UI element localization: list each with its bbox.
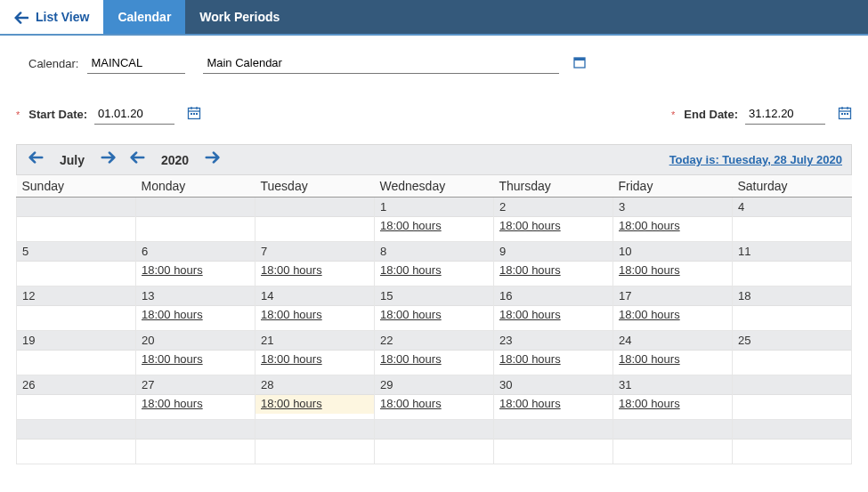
day-header: Sunday	[17, 175, 136, 198]
calendar-day-cell[interactable]: 2418:00 hours	[613, 331, 733, 375]
calendar-day-cell[interactable]: 1318:00 hours	[136, 286, 256, 331]
tab-list-view[interactable]: List View	[0, 0, 103, 34]
calendar-day-cell[interactable]: 18	[733, 286, 852, 331]
calendar-day-cell[interactable]: 1518:00 hours	[375, 286, 494, 331]
hours-link[interactable]: 18:00 hours	[380, 308, 442, 321]
tab-work-periods[interactable]: Work Periods	[185, 0, 294, 34]
calendar-day-cell[interactable]: 218:00 hours	[494, 198, 613, 242]
today-link[interactable]: Today is: Tuesday, 28 July 2020	[669, 153, 842, 166]
hours-link[interactable]: 18:00 hours	[261, 308, 322, 321]
hours-link[interactable]: 18:00 hours	[499, 308, 561, 321]
calendar-day-cell[interactable]	[256, 420, 375, 464]
day-number	[256, 198, 374, 217]
hours-link[interactable]: 18:00 hours	[261, 352, 322, 366]
next-year-icon[interactable]	[203, 150, 223, 169]
prev-month-icon[interactable]	[26, 150, 45, 169]
day-body: 18:00 hours	[256, 306, 374, 325]
end-date-picker-icon[interactable]	[838, 106, 852, 123]
svg-rect-15	[847, 113, 848, 115]
hours-link[interactable]: 18:00 hours	[619, 352, 680, 366]
hours-link[interactable]: 18:00 hours	[499, 263, 561, 277]
calendar-day-cell[interactable]: 3118:00 hours	[613, 375, 733, 420]
hours-link[interactable]: 18:00 hours	[499, 352, 561, 366]
calendar-day-cell[interactable]	[494, 420, 613, 464]
start-date-picker-icon[interactable]	[187, 106, 201, 123]
calendar-day-cell[interactable]: 918:00 hours	[494, 242, 613, 286]
next-month-icon[interactable]	[99, 150, 118, 169]
calendar-day-cell[interactable]	[136, 198, 256, 242]
calendar-desc-input[interactable]	[203, 53, 559, 74]
calendar-day-cell[interactable]: 318:00 hours	[613, 198, 733, 242]
start-date-input[interactable]	[94, 104, 174, 125]
calendar-day-cell[interactable]: 12	[17, 286, 136, 331]
calendar-day-cell[interactable]: 2318:00 hours	[494, 331, 613, 375]
hours-link[interactable]: 18:00 hours	[261, 397, 322, 410]
day-body: 18:00 hours	[136, 395, 255, 414]
day-header: Friday	[613, 175, 733, 198]
day-body: 18:00 hours	[375, 395, 493, 414]
calendar-week-row: 19 2018:00 hours2118:00 hours2218:00 hou…	[17, 331, 852, 375]
day-number	[375, 420, 493, 440]
hours-link[interactable]: 18:00 hours	[380, 352, 442, 366]
hours-link[interactable]: 18:00 hours	[619, 219, 680, 232]
calendar-day-cell[interactable]: 2918:00 hours	[375, 375, 494, 420]
calendar-code-input[interactable]	[87, 53, 185, 74]
calendar-day-cell[interactable]: 1018:00 hours	[613, 242, 733, 286]
calendar-day-cell[interactable]: 2818:00 hours	[256, 375, 375, 420]
calendar-day-cell[interactable]: 25	[733, 331, 852, 375]
calendar-day-cell[interactable]: 718:00 hours	[256, 242, 375, 286]
calendar-day-cell[interactable]: 1618:00 hours	[494, 286, 613, 331]
calendar-day-cell[interactable]: 2218:00 hours	[375, 331, 494, 375]
calendar-day-cell[interactable]: 11	[733, 242, 852, 286]
tab-calendar-label: Calendar	[118, 10, 171, 24]
calendar-day-cell[interactable]	[375, 420, 494, 464]
day-number: 14	[256, 286, 374, 306]
calendar-day-cell[interactable]	[256, 198, 375, 242]
hours-link[interactable]: 18:00 hours	[142, 352, 203, 366]
tab-calendar[interactable]: Calendar	[103, 0, 185, 34]
day-number: 21	[256, 331, 374, 351]
end-date-input[interactable]	[745, 104, 825, 125]
calendar-day-cell[interactable]	[17, 198, 136, 242]
prev-year-icon[interactable]	[127, 150, 147, 169]
day-number: 12	[17, 286, 135, 306]
calendar-day-cell[interactable]: 3018:00 hours	[494, 375, 613, 420]
day-number: 4	[733, 198, 851, 217]
hours-link[interactable]: 18:00 hours	[261, 263, 322, 277]
calendar-day-cell[interactable]: 4	[733, 198, 852, 242]
calendar-day-cell[interactable]: 5	[17, 242, 136, 286]
calendar-day-cell[interactable]: 118:00 hours	[375, 198, 494, 242]
hours-link[interactable]: 18:00 hours	[380, 263, 442, 277]
hours-link[interactable]: 18:00 hours	[499, 219, 561, 232]
hours-link[interactable]: 18:00 hours	[619, 263, 680, 277]
hours-link[interactable]: 18:00 hours	[380, 219, 442, 232]
hours-link[interactable]: 18:00 hours	[142, 263, 203, 277]
calendar-day-cell[interactable]	[733, 420, 852, 464]
hours-link[interactable]: 18:00 hours	[619, 397, 680, 410]
calendar-day-cell[interactable]: 19	[17, 331, 136, 375]
tab-list-view-label: List View	[36, 10, 89, 24]
calendar-day-cell[interactable]	[17, 420, 136, 464]
calendar-day-cell[interactable]	[136, 420, 256, 464]
day-body	[256, 217, 374, 236]
start-date-group: * Start Date:	[16, 104, 201, 125]
hours-link[interactable]: 18:00 hours	[499, 397, 561, 410]
day-number: 5	[17, 242, 135, 262]
calendar-lookup-icon[interactable]	[573, 56, 586, 71]
calendar-day-cell[interactable]: 618:00 hours	[136, 242, 256, 286]
day-body	[733, 351, 851, 369]
hours-link[interactable]: 18:00 hours	[142, 308, 203, 321]
calendar-day-cell[interactable]	[733, 375, 852, 420]
hours-link[interactable]: 18:00 hours	[142, 397, 203, 410]
calendar-day-cell[interactable]: 2118:00 hours	[256, 331, 375, 375]
day-body: 18:00 hours	[256, 395, 374, 414]
hours-link[interactable]: 18:00 hours	[380, 397, 442, 410]
calendar-day-cell[interactable]: 1418:00 hours	[256, 286, 375, 331]
calendar-day-cell[interactable]: 2718:00 hours	[136, 375, 256, 420]
calendar-day-cell[interactable]: 2018:00 hours	[136, 331, 256, 375]
hours-link[interactable]: 18:00 hours	[619, 308, 680, 321]
calendar-day-cell[interactable]: 818:00 hours	[375, 242, 494, 286]
calendar-day-cell[interactable]	[613, 420, 733, 464]
calendar-day-cell[interactable]: 1718:00 hours	[613, 286, 733, 331]
calendar-day-cell[interactable]: 26	[17, 375, 136, 420]
